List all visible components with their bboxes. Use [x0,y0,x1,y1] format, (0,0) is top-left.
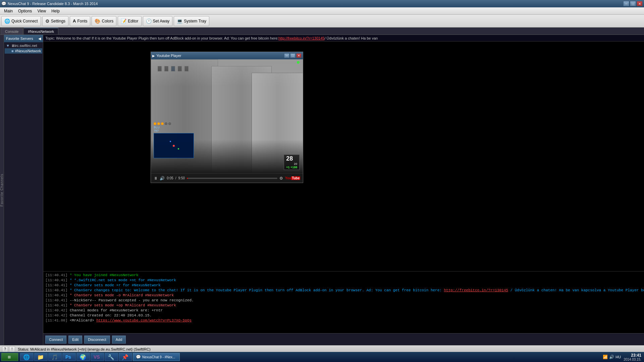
title-bar: 💬 NexusChat 9 - Release Candidate 8.3 - … [0,0,644,7]
folder-icon: 📁 [37,354,44,360]
system-tray-button[interactable]: 💻 System Tray [174,16,209,26]
menu-help[interactable]: Help [49,8,62,14]
tab-bar: Console #NexusNetwork [0,27,644,35]
edit-button[interactable]: Edit [68,336,82,344]
quick-connect-button[interactable]: 🌐 Quick Connect [1,16,41,26]
network-icon: 📶 [603,355,608,359]
server-name: irc.swiftirc.net [15,44,37,48]
menu-main[interactable]: Main [1,8,15,14]
disconnect-button[interactable]: Disconnect [84,336,110,344]
ie-icon: 🌐 [23,354,30,360]
system-tray-icon: 💻 [177,18,182,24]
taskbar-folder[interactable]: 📁 [34,353,48,361]
youtube-pause-button[interactable]: ⏸ [154,176,158,181]
youtube-progress-track[interactable] [187,178,277,179]
youtube-icon: ▶ [152,54,155,58]
fonts-button[interactable]: A Fonts [70,16,90,26]
youtube-video-area[interactable]: BLU 787 28 [151,59,303,173]
status-icons: ? ! [2,346,15,352]
taskbar-vs[interactable]: VS [91,353,104,361]
taskbar-photoshop[interactable]: Ps [62,353,76,361]
youtube-player-titlebar[interactable]: ▶ Youtube Player ─ □ ✕ [151,52,303,59]
chat-link-bitcoin[interactable]: http://freebitco.in/?r=130145 [444,288,508,292]
chat-area: Topic: Welcome to the chat! If it is on … [43,35,644,345]
start-button[interactable]: ⊞ [1,353,18,361]
main-layout: Favorite Channels Favorite Servers ◀ ▼ 🖥… [0,35,644,345]
chat-line: [11:40.42] Channel Created on: 22:40 201… [45,313,644,318]
youtube-restore-button[interactable]: □ [290,53,296,58]
youtube-close-button[interactable]: ✕ [296,53,302,58]
connect-button[interactable]: Connect [45,336,66,344]
tab-nexusnetwork[interactable]: #NexusNetwork [23,28,58,35]
server-expand-icon: ▼ [6,44,10,48]
minimap [154,133,194,158]
game-hud: BLU 787 [154,122,194,158]
minimize-button[interactable]: ─ [623,1,629,6]
nexuschat-taskbar-label: NexusChat 9 - #Nex... [142,355,175,359]
colors-icon: 🎨 [95,18,100,24]
game-score: 28 20 +1 +188 [284,155,300,170]
bottom-buttons: Connect Edit Disconnect Add [43,333,644,345]
topic-suffix: / Üdvözlünk a chaten! Ha be van [324,36,378,40]
server-icon-net: 🖥 [11,44,15,48]
title-bar-controls: ─ □ ✕ [623,1,643,6]
video-scene: BLU 787 28 [151,59,303,173]
youtube-volume-button[interactable]: 🔊 [160,176,165,181]
youtube-logo: YouTube [285,176,300,180]
chat-line: [11:40.41] * You have joined #NexusNetwo… [45,273,644,278]
status-text: Status: MrAlicard in #NexusNetwork [+rtn… [18,347,151,351]
youtube-time-total: 9:50 [178,176,185,180]
menu-options[interactable]: Options [15,8,35,14]
favorite-channels-tab[interactable]: Favorite Channels [0,35,4,345]
server-irc-swiftirc[interactable]: ▼ 🖥 irc.swiftirc.net [5,43,42,48]
topic-link[interactable]: http://freebitco.in/?r=130145 [278,36,324,40]
taskbar-ie[interactable]: 🌐 [20,353,34,361]
settings-button[interactable]: ⚙ Settings [42,16,68,26]
youtube-controls: ─ □ ✕ [284,53,302,58]
taskbar-nexuschat[interactable]: 💬 NexusChat 9 - #Nex... [133,353,180,361]
editor-icon: 📝 [121,18,126,24]
favorite-servers-collapse[interactable]: ◀ [38,37,41,41]
topic-bar: Topic: Welcome to the chat! If it is on … [43,35,644,42]
add-button[interactable]: Add [112,336,126,344]
close-button[interactable]: ✕ [637,1,643,6]
taskbar-app1[interactable]: 🔧 [105,353,118,361]
chat-line: [11:40.42] Channel modes for #NexusNetwo… [45,308,644,313]
quick-connect-label: Quick Connect [11,19,38,23]
status-icon-1[interactable]: ? [2,346,8,352]
chat-line: [11:40.41] --NickServ-- Password accepte… [45,298,644,303]
colors-button[interactable]: 🎨 Colors [92,16,116,26]
editor-button[interactable]: 📝 Editor [118,16,141,26]
taskbar-chrome[interactable]: 🌍 [76,353,90,361]
favorite-servers-header: Favorite Servers ◀ [4,35,43,42]
chat-line: [11:40.41] * ChanServ changes topic to: … [45,288,644,293]
chat-youtube-link[interactable]: https://www.youtube.com/watch?v=PL37XO-S… [96,318,192,322]
tab-console[interactable]: Console [1,28,23,35]
chrome-icon: 🌍 [79,354,86,360]
status-bar: ? ! Status: MrAlicard in #NexusNetwork [… [0,345,644,353]
youtube-settings-button[interactable]: ⚙ [279,176,283,181]
menu-view[interactable]: View [35,8,49,14]
systray: 📶 🔊 HU [603,355,621,359]
youtube-title: Youtube Player [156,54,181,58]
channel-nexusnetwork[interactable]: ■ #NexusNetwork [5,48,42,54]
chat-line: [11:40.41] * ChanServ sets mode +r for #… [45,283,644,288]
channel-name: #NexusNetwork [15,49,41,53]
volume-icon: 🔊 [609,355,614,359]
system-tray-label: System Tray [184,19,206,23]
status-icon-2[interactable]: ! [9,346,15,352]
taskbar-right: 📶 🔊 HU 23:41 2014.03.15. [603,353,643,361]
title-bar-title: NexusChat 9 - Release Candidate 8.3 - Ma… [6,2,623,6]
set-away-label: Set Away [153,19,170,23]
locale: HU [615,355,621,359]
taskbar-media[interactable]: 🎵 [48,353,62,361]
media-icon: 🎵 [51,354,58,360]
taskbar-app2[interactable]: 📌 [119,353,132,361]
fonts-label: Fonts [77,19,87,23]
youtube-minimize-button[interactable]: ─ [284,53,289,58]
chat-line: [11:40.41] * ChanServ sets mode -o MrAli… [45,293,644,298]
maximize-button[interactable]: □ [630,1,636,6]
nexuschat-taskbar-icon: 💬 [136,355,141,359]
set-away-icon: 🕐 [146,18,152,24]
set-away-button[interactable]: 🕐 Set Away [143,16,173,26]
